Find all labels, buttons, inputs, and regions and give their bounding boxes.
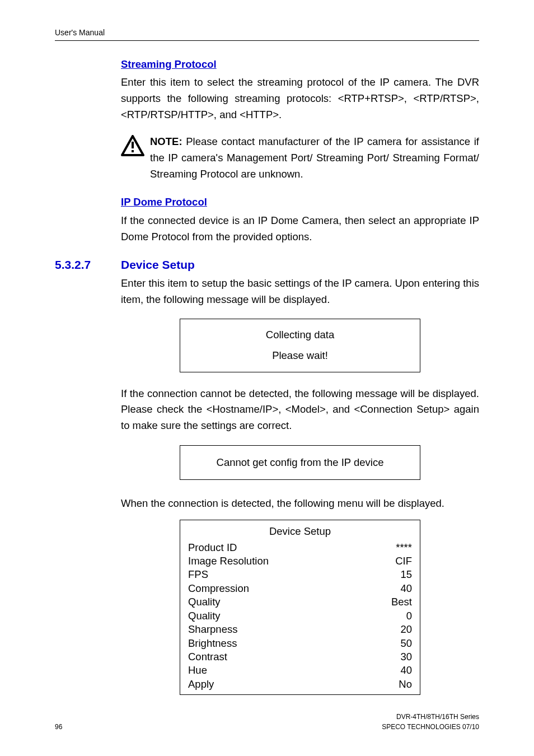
table-row: Brightness50 [188, 637, 412, 650]
row-label: Quality [188, 595, 221, 609]
row-value: 0 [406, 609, 412, 623]
page-footer: 96 DVR-4TH/8TH/16TH Series SPECO TECHNOL… [55, 712, 479, 732]
row-label: Hue [188, 664, 207, 677]
table-row: Sharpness20 [188, 623, 412, 636]
page-content: Streaming Protocol Enter this item to se… [55, 57, 479, 695]
row-label: Compression [188, 582, 249, 595]
heading-streaming-protocol: Streaming Protocol [121, 57, 479, 73]
note-block: NOTE: Please contact manufacturer of the… [121, 134, 479, 182]
row-value: 40 [400, 582, 412, 595]
footer-right-line-2: SPECO TECHNOLOGIES 07/10 [382, 722, 479, 732]
footer-right: DVR-4TH/8TH/16TH Series SPECO TECHNOLOGI… [382, 712, 479, 732]
page-header: User's Manual [55, 27, 479, 41]
row-label: Product ID [188, 541, 237, 554]
table-row: Hue40 [188, 664, 412, 677]
device-setup-table-title: Device Setup [188, 524, 412, 540]
paragraph-menu-displayed: When the connection is detected, the fol… [121, 496, 479, 512]
table-row: Product ID**** [188, 541, 412, 554]
row-label: FPS [188, 568, 208, 581]
row-label: Sharpness [188, 623, 237, 636]
table-row: Quality0 [188, 609, 412, 623]
svg-rect-1 [132, 142, 134, 148]
section-number: 5.3.2.7 [55, 256, 102, 274]
message-box-cannot-get-config: Cannot get config from the IP device [180, 445, 420, 480]
note-text: NOTE: Please contact manufacturer of the… [150, 134, 479, 182]
row-value: CIF [395, 554, 412, 568]
paragraph-streaming-protocol: Enter this item to select the streaming … [121, 74, 479, 123]
message-cannot-get-config-line: Cannot get config from the IP device [186, 455, 414, 471]
note-body: Please contact manufacturer of the IP ca… [150, 136, 479, 179]
row-value: 40 [400, 664, 412, 677]
message-line-1: Collecting data [186, 327, 414, 343]
row-label: Brightness [188, 637, 237, 650]
warning-icon [121, 134, 144, 161]
footer-right-line-1: DVR-4TH/8TH/16TH Series [382, 712, 479, 722]
paragraph-device-setup-intro: Enter this item to setup the basic setti… [121, 276, 479, 307]
row-value: **** [396, 541, 412, 554]
row-label: Quality [188, 609, 221, 623]
table-row: ApplyNo [188, 678, 412, 691]
section-heading-row: 5.3.2.7 Device Setup [55, 256, 479, 274]
row-value: Best [391, 595, 412, 609]
table-row: FPS15 [188, 568, 412, 581]
row-value: 15 [400, 568, 412, 581]
row-value: 50 [400, 637, 412, 650]
paragraph-cannot-detect: If the connection cannot be detected, th… [121, 386, 479, 434]
table-row: QualityBest [188, 595, 412, 609]
message-line-2: Please wait! [186, 348, 414, 364]
row-label: Image Resolution [188, 554, 269, 568]
row-label: Contrast [188, 650, 227, 664]
row-label: Apply [188, 678, 214, 691]
table-row: Contrast30 [188, 650, 412, 664]
row-value: 20 [400, 623, 412, 636]
row-value: No [399, 678, 412, 691]
table-row: Compression40 [188, 582, 412, 595]
section-title: Device Setup [121, 256, 195, 274]
footer-page-number: 96 [55, 722, 62, 732]
device-setup-table: Device Setup Product ID**** Image Resolu… [180, 520, 420, 695]
svg-rect-2 [132, 150, 134, 152]
row-value: 30 [400, 650, 412, 664]
note-label: NOTE: [150, 136, 182, 147]
paragraph-ip-dome-protocol: If the connected device is an IP Dome Ca… [121, 213, 479, 245]
table-row: Image ResolutionCIF [188, 554, 412, 568]
heading-ip-dome-protocol: IP Dome Protocol [121, 194, 479, 211]
message-box-collecting: Collecting data Please wait! [180, 319, 420, 372]
header-left: User's Manual [55, 28, 105, 37]
